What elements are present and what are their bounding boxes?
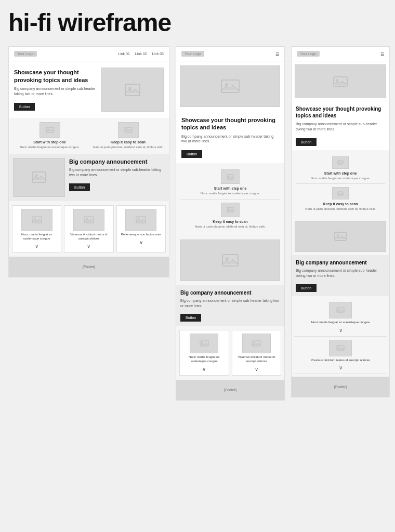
svg-rect-20	[222, 255, 238, 266]
mobile-announcement: Big company announcement Big company ann…	[292, 255, 389, 296]
tablet-feature-2-title: Keep it easy to scan	[213, 220, 247, 223]
desktop-announcement-button[interactable]: Button	[69, 183, 90, 191]
mobile-feature-1: Start with step one Nunc mattis feugiat …	[296, 153, 385, 184]
desktop-announcement: Big company announcement Big company ann…	[9, 154, 169, 201]
mobile-feature-2-icon	[332, 187, 349, 200]
page-title: hi-fi wireframe	[8, 8, 387, 37]
svg-rect-26	[334, 77, 347, 86]
mobile-feature-2: Keep it easy to scan Nam ut justo placer…	[296, 184, 385, 215]
mobile-card-2-chevron[interactable]: ∨	[339, 365, 343, 370]
svg-rect-2	[46, 127, 54, 132]
mobile-hero-button[interactable]: Button	[296, 138, 317, 146]
mobile-navbar: Your Logo ≡	[292, 47, 389, 61]
desktop-features: Start with step one Nunc mattis feugiat …	[9, 118, 169, 154]
desktop-feature-1-title: Start with step one	[33, 140, 66, 144]
mobile-hamburger-icon[interactable]: ≡	[380, 50, 384, 58]
mobile-card-2: Vivamus tincidunt metus id suscipit ultr…	[294, 337, 387, 375]
svg-rect-6	[32, 172, 46, 182]
svg-rect-16	[227, 175, 233, 179]
desktop-card-1-chevron[interactable]: ∨	[35, 243, 38, 249]
tablet-feature-1-desc: Nunc mattis feugiat ex scelerisque congu…	[201, 192, 260, 196]
tablet-card-2-chevron[interactable]: ∨	[255, 366, 258, 372]
mobile-card-2-image	[329, 340, 352, 356]
tablet-announcement-desc: Big company announcement or simple sub-h…	[180, 298, 280, 309]
desktop-card-2-title: Vivamus tincidunt metus id suscipit ultr…	[67, 233, 111, 241]
desktop-card-3-image	[125, 209, 156, 231]
desktop-feature-2: Keep it easy to scan Nam ut justo placer…	[90, 122, 166, 150]
desktop-announcement-text: Big company announcement Big company ann…	[69, 158, 165, 197]
svg-point-23	[201, 342, 203, 344]
mobile-feature-1-desc: Nunc mattis feugiat ex scelerisque congu…	[311, 177, 370, 181]
mobile-cards: Nunc mattis feugiat ex scelerisque congu…	[292, 296, 389, 377]
mobile-hero-text: Showcase your thought provoking topics a…	[292, 101, 389, 150]
tablet-card-2: Vivamus tincidunt metus id suscipit ultr…	[232, 330, 282, 376]
desktop-announcement-title: Big company announcement	[69, 158, 165, 165]
mobile-wireframe: Your Logo ≡ Showcase your thought provok…	[291, 46, 390, 397]
tablet-card-1-image	[190, 334, 218, 353]
tablet-hero-image	[180, 65, 280, 107]
mobile-announcement-title: Big company announcement	[296, 259, 385, 266]
desktop-card-3-title: Pellentesque non lectus ante	[121, 233, 161, 237]
desktop-announcement-desc: Big company announcement or simple sub-h…	[69, 167, 165, 178]
desktop-nav-link-3[interactable]: Link 03	[152, 52, 164, 56]
mobile-feature-1-title: Start with step one	[324, 171, 357, 175]
svg-rect-4	[125, 127, 132, 132]
svg-rect-10	[84, 217, 94, 223]
tablet-card-1: Nunc mattis feugiat ex scelerisque congu…	[179, 330, 229, 376]
tablet-wireframe: Your Logo ≡ Showcase your thought provok…	[176, 46, 285, 401]
svg-rect-8	[32, 217, 42, 223]
svg-rect-32	[335, 232, 346, 241]
tablet-feature-2: Keep it easy to scan Nam ut justo placer…	[180, 200, 280, 232]
svg-point-15	[225, 83, 228, 86]
mobile-feature-2-title: Keep it easy to scan	[323, 202, 358, 206]
svg-rect-18	[227, 207, 233, 212]
desktop-hero-subtitle: Big company announcement or simple sub-h…	[14, 86, 96, 97]
mobile-card-1-chevron[interactable]: ∨	[339, 327, 343, 333]
tablet-announcement: Big company announcement Big company ann…	[176, 285, 284, 326]
tablet-feature-2-icon	[221, 203, 240, 217]
mobile-logo: Your Logo	[297, 51, 320, 57]
tablet-announcement-image-section	[176, 235, 284, 285]
desktop-nav-link-1[interactable]: Link 01	[118, 52, 130, 56]
tablet-hero-text: Showcase your thought provoking topics a…	[176, 111, 284, 163]
svg-point-33	[337, 234, 339, 236]
desktop-feature-2-title: Keep it easy to scan	[111, 140, 146, 144]
tablet-logo: Your Logo	[181, 51, 204, 57]
mobile-announcement-button[interactable]: Button	[296, 284, 317, 292]
tablet-hero-image-section	[176, 61, 284, 111]
desktop-nav-link-2[interactable]: Link 02	[135, 52, 147, 56]
desktop-navbar: Your Logo Link 01 Link 02 Link 03	[9, 47, 169, 61]
mobile-hero-image-section	[292, 61, 389, 101]
svg-rect-12	[136, 217, 146, 223]
mobile-announcement-desc: Big company announcement or simple sub-h…	[296, 268, 385, 278]
tablet-hero-button[interactable]: Button	[181, 150, 202, 158]
desktop-cards: Nunc mattis feugiat ex scelerisque congu…	[9, 201, 169, 257]
desktop-hero: Showcase your thought provoking topics a…	[9, 61, 169, 118]
tablet-card-2-title: Vivamus tincidunt metus id suscipit ultr…	[234, 355, 279, 364]
desktop-card-2-chevron[interactable]: ∨	[87, 243, 90, 249]
tablet-hamburger-icon[interactable]: ≡	[275, 50, 279, 58]
mobile-footer: [Footer]	[292, 377, 389, 397]
mobile-card-1-image	[329, 302, 352, 318]
desktop-hero-text: Showcase your thought provoking topics a…	[14, 69, 96, 110]
svg-point-37	[338, 347, 340, 348]
desktop-card-3-chevron[interactable]: ∨	[139, 240, 143, 245]
desktop-wireframe: Your Logo Link 01 Link 02 Link 03 Showca…	[8, 46, 169, 277]
desktop-logo: Your Logo	[14, 51, 37, 57]
svg-point-19	[228, 208, 230, 210]
tablet-announcement-button[interactable]: Button	[180, 314, 201, 322]
svg-point-25	[253, 342, 255, 344]
tablet-features: Start with step one Nunc mattis feugiat …	[176, 163, 284, 235]
desktop-nav-links: Link 01 Link 02 Link 03	[118, 52, 164, 56]
desktop-feature-2-icon	[118, 122, 139, 138]
svg-point-21	[226, 257, 229, 260]
desktop-card-1-image	[21, 209, 52, 231]
mobile-hero-subtitle: Big company announcement or simple sub-h…	[296, 122, 385, 132]
desktop-card-1-title: Nunc mattis feugiat ex scelerisque congu…	[15, 233, 59, 241]
svg-point-1	[128, 87, 131, 90]
tablet-feature-1-icon	[221, 169, 240, 184]
desktop-card-2-image	[73, 209, 104, 231]
desktop-hero-button[interactable]: Button	[14, 103, 35, 111]
tablet-card-1-chevron[interactable]: ∨	[202, 366, 206, 372]
desktop-feature-1: Start with step one Nunc mattis feugiat …	[12, 122, 87, 150]
